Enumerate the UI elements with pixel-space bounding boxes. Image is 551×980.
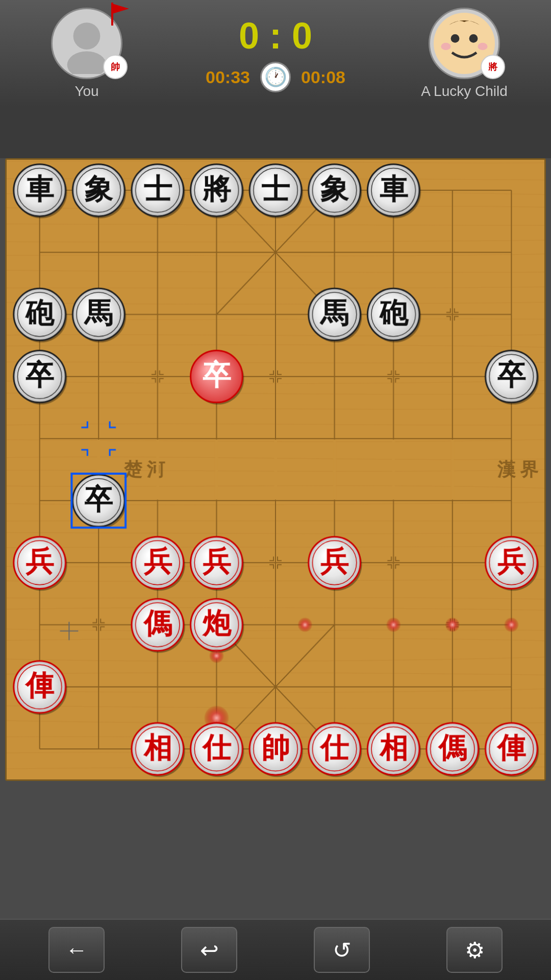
player1-timer: 00:33 — [206, 67, 250, 87]
player2-timer: 00:08 — [301, 67, 345, 87]
player1-section: 帥 You — [20, 8, 153, 100]
player1-score: 0 — [239, 15, 259, 57]
svg-point-7 — [441, 43, 450, 50]
svg-point-8 — [478, 43, 487, 50]
svg-point-3 — [67, 52, 107, 74]
svg-point-6 — [469, 34, 478, 43]
undo-button[interactable]: ↩ — [181, 927, 237, 973]
clock-icon: 🕐 — [260, 62, 291, 92]
toolbar: ← ↩ ↺ ⚙ — [0, 919, 551, 980]
player1-avatar-wrapper: 帥 — [51, 8, 122, 79]
player1-badge: 帥 — [103, 55, 128, 79]
player2-badge: 將 — [481, 55, 505, 79]
player1-name: You — [74, 83, 98, 100]
player2-section: 將 A Lucky Child — [398, 8, 531, 100]
board-container[interactable] — [5, 158, 546, 781]
banner-area — [0, 107, 551, 158]
board-canvas — [7, 160, 544, 779]
refresh-button[interactable]: ↺ — [314, 927, 370, 973]
player2-avatar-wrapper: 將 — [429, 8, 500, 79]
svg-point-5 — [451, 34, 460, 43]
svg-point-2 — [73, 22, 101, 50]
player2-name: A Lucky Child — [421, 83, 508, 100]
score-section: 0 : 0 00:33 🕐 00:08 — [153, 15, 398, 92]
back-button[interactable]: ← — [48, 927, 105, 973]
score-colon: : — [269, 15, 282, 57]
svg-marker-1 — [112, 4, 129, 14]
settings-button[interactable]: ⚙ — [446, 927, 503, 973]
player1-flag-icon — [110, 3, 130, 26]
timer-section: 00:33 🕐 00:08 — [206, 62, 345, 92]
header: 帥 You 0 : 0 00:33 🕐 00:08 — [0, 0, 551, 107]
player2-score: 0 — [292, 15, 312, 57]
score-display: 0 : 0 — [239, 15, 312, 57]
